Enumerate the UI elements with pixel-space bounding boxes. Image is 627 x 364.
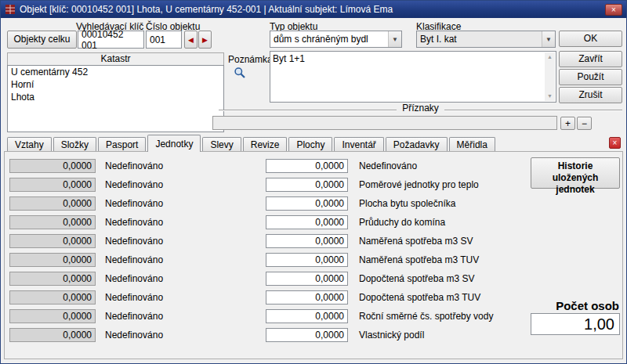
unit-right-label: Průduchy do komína [359, 217, 445, 228]
tab-meridla[interactable]: Měřidla [449, 137, 495, 152]
titlebar: Objekt [klíč: 00010452 001] Lhota, U cem… [1, 1, 626, 18]
unit-left-value-field: 0,0000 [9, 253, 96, 267]
person-count-label: Počet osob [556, 299, 619, 312]
object-type-select[interactable]: dům s chráněným bydl ▼ [270, 31, 402, 48]
unit-row: 0,0000 Nedefinováno 0,0000 Nedefinováno [9, 159, 621, 173]
unit-left-label: Nedefinováno [105, 198, 266, 209]
app-icon [5, 4, 16, 15]
unit-right-value-field[interactable]: 0,0000 [266, 290, 348, 305]
objects-total-button[interactable]: Objekty celku [7, 31, 77, 49]
tab-pozadavky[interactable]: Požadavky [386, 137, 448, 152]
unit-left-label: Nedefinováno [105, 217, 266, 228]
unit-left-value-field: 0,0000 [9, 309, 96, 323]
note-text: Byt 1+1 [273, 53, 305, 64]
next-arrow-icon: ▶ [202, 36, 208, 44]
unit-left-label: Nedefinováno [105, 160, 266, 171]
tab-plochy[interactable]: Plochy [288, 137, 332, 152]
katastr-list[interactable]: U cementárny 452 Horní Lhota [7, 65, 224, 132]
flags-add-button[interactable]: + [560, 117, 575, 130]
apply-button[interactable]: Použít [559, 69, 622, 85]
cancel-button[interactable]: Zrušit [559, 87, 622, 103]
unit-left-label: Nedefinováno [105, 292, 266, 303]
unit-right-value-field[interactable]: 0,0000 [266, 272, 348, 286]
unit-right-label: Dopočtená spotřeba m3 TUV [359, 292, 480, 303]
person-count-field[interactable]: 1,00 [531, 313, 620, 335]
tab-inventar[interactable]: Inventář [334, 137, 383, 152]
unit-left-value-field: 0,0000 [9, 196, 96, 211]
tab-slozky[interactable]: Složky [53, 137, 96, 152]
scroll-down-icon[interactable]: ▼ [545, 92, 555, 101]
history-of-saved-units-button[interactable]: Historie uložených jednotek [531, 157, 620, 189]
tab-slevy[interactable]: Slevy [202, 137, 241, 152]
unit-right-label: Nedefinováno [359, 160, 417, 171]
magnifier-icon[interactable] [234, 67, 246, 79]
unit-right-label: Naměřená spotřeba m3 SV [359, 236, 473, 247]
scroll-up-icon[interactable]: ▲ [545, 52, 555, 62]
unit-right-value-field[interactable]: 0,0000 [266, 178, 348, 192]
flags-remove-button[interactable]: − [577, 117, 592, 130]
unit-left-label: Nedefinováno [105, 273, 266, 284]
application-window: Objekt [klíč: 00010452 001] Lhota, U cem… [0, 0, 627, 364]
katastr-line[interactable]: U cementárny 452 [8, 66, 223, 78]
unit-left-label: Nedefinováno [105, 311, 266, 322]
unit-left-label: Nedefinováno [105, 254, 266, 265]
unit-right-value-field[interactable]: 0,0000 [266, 196, 348, 211]
unit-left-label: Nedefinováno [105, 179, 266, 190]
unit-row: 0,0000 Nedefinováno 0,0000 Průduchy do k… [9, 215, 621, 229]
unit-right-label: Plocha bytu společníka [359, 198, 455, 209]
chevron-down-icon[interactable]: ▼ [388, 31, 401, 47]
unit-row: 0,0000 Nedefinováno 0,0000 Poměrové jedn… [9, 178, 621, 192]
unit-left-value-field: 0,0000 [9, 272, 96, 286]
unit-right-value-field[interactable]: 0,0000 [266, 234, 348, 248]
object-type-value: dům s chráněným bydl [270, 31, 388, 47]
unit-left-value-field: 0,0000 [9, 178, 96, 192]
unit-left-value-field: 0,0000 [9, 234, 96, 248]
jednotky-panel: 0,0000 Nedefinováno 0,0000 Nedefinováno … [4, 151, 623, 359]
flags-label: Příznaky [397, 103, 444, 114]
object-number-input[interactable]: 001 [146, 31, 182, 49]
unit-right-value-field[interactable]: 0,0000 [266, 328, 348, 342]
search-key-input[interactable]: 00010452 001 [78, 31, 144, 49]
unit-right-label: Vlastnický podíl [359, 330, 424, 341]
unit-row: 0,0000 Nedefinováno 0,0000 Dopočtená spo… [9, 272, 621, 286]
unit-right-value-field[interactable]: 0,0000 [266, 253, 348, 267]
unit-left-value-field: 0,0000 [9, 290, 96, 305]
flags-field[interactable] [212, 116, 557, 130]
unit-left-label: Nedefinováno [105, 236, 266, 247]
next-object-button[interactable]: ▶ [198, 31, 212, 49]
tab-revize[interactable]: Revize [243, 137, 288, 152]
chevron-down-icon[interactable]: ▼ [542, 31, 555, 47]
unit-left-value-field: 0,0000 [9, 159, 96, 173]
classification-value: Byt I. kat [417, 31, 542, 47]
classification-select[interactable]: Byt I. kat ▼ [416, 31, 556, 48]
unit-row: 0,0000 Nedefinováno 0,0000 Naměřená spot… [9, 234, 621, 248]
note-scrollbar[interactable]: ▲ ▼ [545, 52, 555, 101]
close-button[interactable]: Zavřít [559, 51, 622, 67]
katastr-line[interactable]: Lhota [8, 91, 223, 103]
tab-jednotky[interactable]: Jednotky [147, 135, 201, 152]
unit-right-value-field[interactable]: 0,0000 [266, 215, 348, 229]
unit-right-label: Dopočtená spotřeba m3 SV [359, 273, 474, 284]
tab-pasport[interactable]: Pasport [98, 137, 146, 152]
ok-button[interactable]: OK [559, 31, 622, 47]
unit-right-label: Poměrové jednotky pro teplo [359, 179, 479, 190]
window-close-icon[interactable]: × [605, 4, 622, 16]
katastr-header: Katastr [7, 52, 224, 66]
tab-vztahy[interactable]: Vztahy [7, 137, 52, 152]
unit-right-label: Naměřená spotřeba m3 TUV [359, 254, 479, 265]
unit-row: 0,0000 Nedefinováno 0,0000 Vlastnický po… [9, 328, 621, 342]
prev-arrow-icon: ◀ [188, 36, 194, 44]
unit-right-value-field[interactable]: 0,0000 [266, 309, 348, 323]
unit-left-label: Nedefinováno [105, 330, 266, 341]
flags-separator: Příznaky [219, 103, 622, 114]
note-field[interactable]: Byt 1+1 ▲ ▼ [270, 51, 556, 103]
unit-right-value-field[interactable]: 0,0000 [266, 159, 348, 173]
tab-close-button[interactable]: × [609, 137, 621, 149]
prev-object-button[interactable]: ◀ [184, 31, 198, 49]
katastr-line[interactable]: Horní [8, 78, 223, 91]
units-rows: 0,0000 Nedefinováno 0,0000 Nedefinováno … [9, 159, 621, 347]
window-title: Objekt [klíč: 00010452 001] Lhota, U cem… [20, 4, 605, 15]
unit-left-value-field: 0,0000 [9, 328, 96, 342]
unit-row: 0,0000 Nedefinováno 0,0000 Naměřená spot… [9, 253, 621, 267]
unit-left-value-field: 0,0000 [9, 215, 96, 229]
